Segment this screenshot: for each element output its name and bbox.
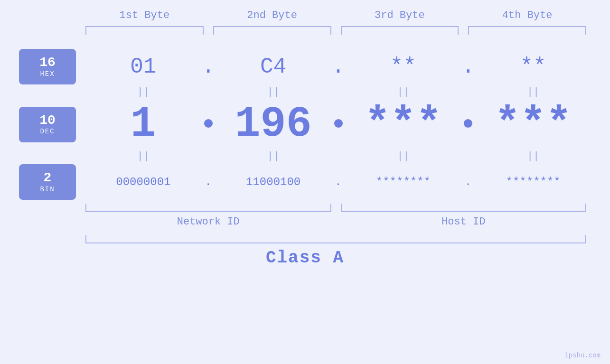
byte-header-3: 3rd Byte [336, 9, 464, 21]
bin-value-4: ******** [475, 176, 591, 188]
bin-values-area: 00000001 . 11000100 . ******** . *******… [85, 176, 591, 188]
dec-value-2: 196 [216, 100, 331, 149]
hex-dot-1: . [201, 55, 216, 79]
bin-value-1: 00000001 [85, 176, 201, 188]
watermark: ipshu.com [564, 352, 601, 359]
equals-6: || [216, 150, 331, 162]
bin-base-num: 2 [44, 171, 52, 186]
dec-dot-3 [461, 119, 475, 130]
bin-dot-2: . [331, 176, 346, 188]
byte-header-1: 1st Byte [81, 9, 208, 21]
hex-base-num: 16 [39, 56, 56, 70]
full-bracket-row [19, 235, 591, 243]
class-label: Class A [266, 248, 344, 268]
equals-7: || [346, 150, 461, 162]
hex-value-4: ** [475, 55, 591, 79]
dec-base-label: 10 DEC [19, 107, 76, 142]
bracket-4 [468, 26, 586, 35]
dec-base-name: DEC [40, 128, 55, 135]
byte-header-2: 2nd Byte [208, 9, 336, 21]
hex-base-name: HEX [40, 70, 55, 78]
host-id-label: Host ID [336, 216, 591, 228]
equals-5: || [85, 150, 201, 162]
hex-value-3: ** [346, 55, 461, 79]
full-bracket [85, 235, 586, 243]
equals-8: || [475, 150, 591, 162]
bin-row: 2 BIN 00000001 . 11000100 . ******** . *… [19, 164, 591, 200]
dec-values-area: 1 196 *** *** [85, 100, 591, 149]
class-row: Class A [19, 248, 591, 268]
equals-row-2: || || || || [19, 150, 591, 162]
byte-headers: 1st Byte 2nd Byte 3rd Byte 4th Byte [19, 9, 591, 21]
bin-base-label: 2 BIN [19, 164, 76, 200]
bracket-3 [341, 26, 459, 35]
bottom-brackets [19, 204, 591, 212]
equals-4: || [475, 86, 591, 98]
dec-dot-1 [201, 119, 216, 130]
hex-base-label: 16 HEX [19, 49, 76, 84]
network-bracket [85, 204, 331, 212]
dec-base-num: 10 [39, 113, 56, 128]
equals-1: || [85, 86, 201, 98]
main-container: 1st Byte 2nd Byte 3rd Byte 4th Byte 16 H… [0, 0, 610, 364]
top-brackets [19, 26, 591, 35]
bin-dot-1: . [201, 176, 216, 188]
dec-value-4: *** [475, 100, 591, 149]
hex-value-2: C4 [216, 55, 331, 79]
bracket-1 [85, 26, 204, 35]
bin-value-2: 11000100 [216, 176, 331, 188]
hex-row: 16 HEX 01 . C4 . ** . ** [19, 49, 591, 84]
equals-row-1: || || || || [19, 86, 591, 98]
network-id-label: Network ID [81, 216, 336, 228]
equals-3: || [346, 86, 461, 98]
hex-dot-3: . [461, 55, 475, 79]
hex-values-area: 01 . C4 . ** . ** [85, 55, 591, 79]
bin-base-name: BIN [40, 186, 55, 193]
dec-dot-2 [331, 119, 346, 130]
dec-value-3: *** [346, 100, 461, 149]
dec-value-1: 1 [85, 100, 201, 149]
hex-value-1: 01 [85, 55, 201, 79]
bin-value-3: ******** [346, 176, 461, 188]
equals-2: || [216, 86, 331, 98]
bracket-2 [213, 26, 331, 35]
id-labels: Network ID Host ID [19, 216, 591, 228]
host-bracket [341, 204, 587, 212]
hex-dot-2: . [331, 55, 346, 79]
bin-dot-3: . [461, 176, 475, 188]
dec-row: 10 DEC 1 196 *** *** [19, 100, 591, 149]
byte-header-4: 4th Byte [463, 9, 591, 21]
